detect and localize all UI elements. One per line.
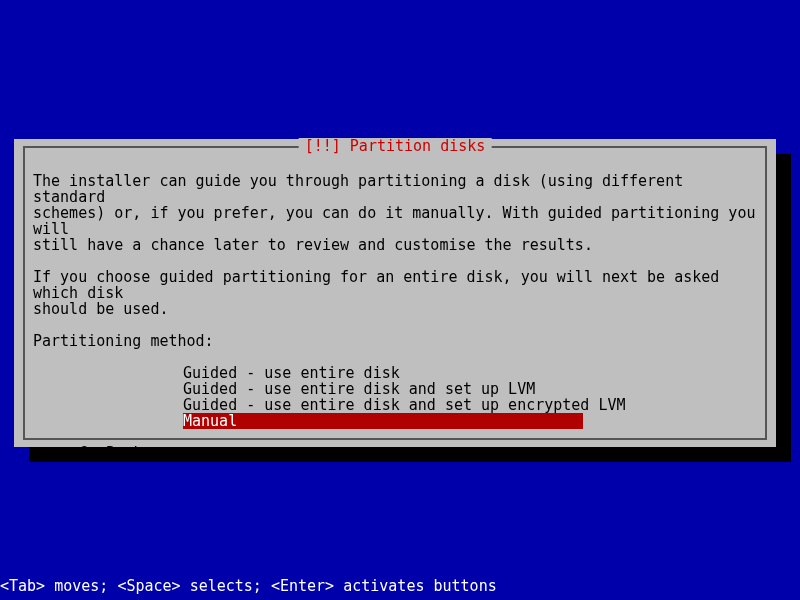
option-guided-entire-disk[interactable]: Guided - use entire disk — [183, 365, 583, 381]
option-guided-encrypted-lvm[interactable]: Guided - use entire disk and set up encr… — [183, 397, 583, 413]
footer-hint: <Tab> moves; <Space> selects; <Enter> ac… — [0, 578, 497, 594]
go-back-button[interactable]: <Go Back> — [70, 445, 757, 461]
dialog-border: [!!] Partition disks The installer can g… — [23, 146, 767, 440]
dialog-title: [!!] Partition disks — [299, 138, 492, 154]
options-list: Guided - use entire disk Guided - use en… — [183, 365, 757, 429]
dialog-prose: The installer can guide you through part… — [33, 173, 757, 317]
option-guided-lvm[interactable]: Guided - use entire disk and set up LVM — [183, 381, 583, 397]
option-manual[interactable]: Manual — [183, 413, 583, 429]
dialog-title-text: [!!] Partition disks — [305, 137, 486, 155]
method-label: Partitioning method: — [33, 333, 757, 349]
dialog-content: The installer can guide you through part… — [33, 173, 757, 461]
partition-dialog: [!!] Partition disks The installer can g… — [14, 139, 776, 447]
